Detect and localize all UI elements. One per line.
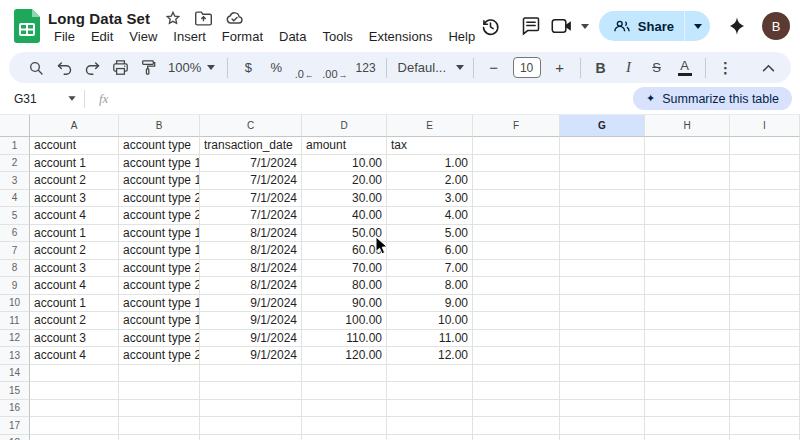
cell-I6[interactable] [730, 225, 800, 243]
cell-D2[interactable]: 10.00 [302, 155, 387, 173]
cell-A6[interactable]: account 1 [30, 225, 119, 243]
version-history-icon[interactable] [471, 7, 511, 45]
row-header-16[interactable]: 16 [0, 400, 30, 418]
cell-F5[interactable] [473, 207, 560, 225]
cell-H7[interactable] [645, 242, 730, 260]
cell-F11[interactable] [473, 312, 560, 330]
cell-F1[interactable] [473, 137, 560, 155]
cell-F15[interactable] [473, 382, 560, 400]
print-icon[interactable] [107, 56, 133, 80]
cell-G16[interactable] [560, 400, 645, 418]
cell-B6[interactable]: account type 1 [119, 225, 200, 243]
cell-F2[interactable] [473, 155, 560, 173]
cell-A16[interactable] [30, 400, 119, 418]
column-header-g[interactable]: G [560, 115, 645, 137]
cell-C15[interactable] [200, 382, 302, 400]
increase-decimal-button[interactable]: .00→ [319, 56, 350, 80]
cell-G11[interactable] [560, 312, 645, 330]
font-size-input[interactable]: 10 [513, 57, 541, 78]
cell-F4[interactable] [473, 190, 560, 208]
cell-A3[interactable]: account 2 [30, 172, 119, 190]
cell-F7[interactable] [473, 242, 560, 260]
cell-F6[interactable] [473, 225, 560, 243]
cell-E1[interactable]: tax [387, 137, 473, 155]
cell-B17[interactable] [119, 417, 200, 435]
comments-icon[interactable] [511, 7, 551, 45]
redo-icon[interactable] [79, 56, 105, 80]
row-header-2[interactable]: 2 [0, 155, 30, 173]
cell-C5[interactable]: 7/1/2024 [200, 207, 302, 225]
cell-D1[interactable]: amount [302, 137, 387, 155]
column-header-c[interactable]: C [200, 115, 302, 137]
cell-F17[interactable] [473, 417, 560, 435]
cell-F10[interactable] [473, 295, 560, 313]
cell-G8[interactable] [560, 260, 645, 278]
cell-A9[interactable]: account 4 [30, 277, 119, 295]
hide-menus-icon[interactable] [755, 56, 781, 80]
increase-font-size-button[interactable]: + [547, 56, 573, 80]
cell-E17[interactable] [387, 417, 473, 435]
cell-H4[interactable] [645, 190, 730, 208]
cell-C17[interactable] [200, 417, 302, 435]
summarize-table-button[interactable]: ✦ Summarize this table [633, 87, 792, 110]
cell-C4[interactable]: 7/1/2024 [200, 190, 302, 208]
font-select[interactable]: Defaul... [394, 56, 466, 80]
decrease-font-size-button[interactable]: − [481, 56, 507, 80]
cell-B5[interactable]: account type 2 [119, 207, 200, 225]
cell-I2[interactable] [730, 155, 800, 173]
cell-I4[interactable] [730, 190, 800, 208]
cell-D18[interactable] [302, 435, 387, 440]
cell-B9[interactable]: account type 2 [119, 277, 200, 295]
cell-C1[interactable]: transaction_date [200, 137, 302, 155]
cell-H6[interactable] [645, 225, 730, 243]
cell-B18[interactable] [119, 435, 200, 440]
cell-E4[interactable]: 3.00 [387, 190, 473, 208]
cell-A11[interactable]: account 2 [30, 312, 119, 330]
cloud-status-icon[interactable] [226, 10, 243, 27]
cell-I16[interactable] [730, 400, 800, 418]
row-header-8[interactable]: 8 [0, 260, 30, 278]
google-sheets-logo[interactable] [14, 9, 40, 43]
cell-H13[interactable] [645, 347, 730, 365]
join-call-caret-icon[interactable] [581, 24, 589, 29]
cell-H3[interactable] [645, 172, 730, 190]
cell-G1[interactable] [560, 137, 645, 155]
cell-G9[interactable] [560, 277, 645, 295]
cell-A4[interactable]: account 3 [30, 190, 119, 208]
row-header-17[interactable]: 17 [0, 417, 30, 435]
column-header-e[interactable]: E [387, 115, 473, 137]
cell-F9[interactable] [473, 277, 560, 295]
cell-E6[interactable]: 5.00 [387, 225, 473, 243]
column-header-d[interactable]: D [302, 115, 387, 137]
cell-I18[interactable] [730, 435, 800, 440]
cell-A7[interactable]: account 2 [30, 242, 119, 260]
cell-B3[interactable]: account type 1 [119, 172, 200, 190]
cell-C3[interactable]: 7/1/2024 [200, 172, 302, 190]
cell-A12[interactable]: account 3 [30, 330, 119, 348]
cell-D10[interactable]: 90.00 [302, 295, 387, 313]
column-header-i[interactable]: I [730, 115, 800, 137]
cell-I10[interactable] [730, 295, 800, 313]
cell-G18[interactable] [560, 435, 645, 440]
cell-H16[interactable] [645, 400, 730, 418]
cell-I17[interactable] [730, 417, 800, 435]
move-to-folder-icon[interactable] [195, 10, 212, 27]
row-header-14[interactable]: 14 [0, 365, 30, 383]
cell-C14[interactable] [200, 365, 302, 383]
cell-E3[interactable]: 2.00 [387, 172, 473, 190]
row-header-7[interactable]: 7 [0, 242, 30, 260]
cell-A13[interactable]: account 4 [30, 347, 119, 365]
paint-format-icon[interactable] [135, 56, 161, 80]
name-box[interactable]: G31 [8, 87, 84, 111]
cell-E13[interactable]: 12.00 [387, 347, 473, 365]
cell-D7[interactable]: 60.00 [302, 242, 387, 260]
join-call-button[interactable] [551, 17, 589, 35]
cell-D17[interactable] [302, 417, 387, 435]
format-currency-button[interactable]: $ [235, 56, 261, 80]
cell-E9[interactable]: 8.00 [387, 277, 473, 295]
menu-format[interactable]: Format [214, 27, 271, 47]
cell-D9[interactable]: 80.00 [302, 277, 387, 295]
menu-tools[interactable]: Tools [314, 27, 360, 47]
row-header-5[interactable]: 5 [0, 207, 30, 225]
undo-icon[interactable] [51, 56, 77, 80]
